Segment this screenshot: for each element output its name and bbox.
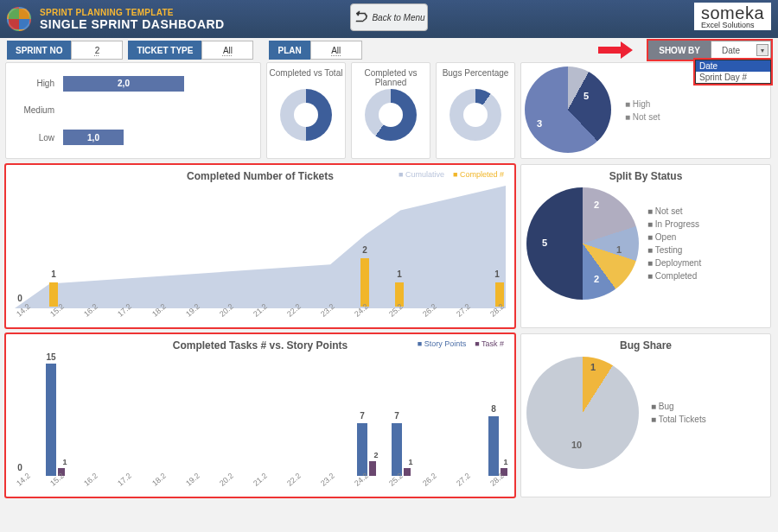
chart-bar (49, 282, 58, 307)
status-legend: Not set In Progress Open Testing Deploym… (647, 206, 701, 281)
show-by-option-date[interactable]: Date (696, 60, 770, 72)
show-by-dropdown-popup[interactable]: Date Sprint Day # (695, 60, 771, 84)
top-row: High 2,0 Medium Low 1,0 Completed vs Tot… (5, 62, 515, 159)
donut-completed-vs-total: Completed vs Total (266, 62, 346, 159)
legend-item: Open (647, 232, 701, 242)
app-header: SPRINT PLANNING TEMPLATE SINGLE SPRINT D… (0, 0, 778, 38)
ticket-type-value[interactable]: All (201, 41, 253, 60)
priority-bars-card: High 2,0 Medium Low 1,0 (5, 62, 261, 159)
legend-item: Testing (647, 245, 701, 255)
data-label: 1 (397, 269, 402, 279)
data-label: 7 (394, 411, 399, 421)
legend-item: High (625, 99, 660, 109)
legend-item: Not set (625, 112, 660, 122)
donut-chart (280, 89, 332, 141)
data-label: 2 (362, 245, 367, 255)
slice-label: 1 (590, 362, 596, 372)
tasks-vs-storypoints-chart: Completed Tasks # vs. Story Points Story… (5, 333, 515, 497)
brand-tagline: Excel Solutions (701, 22, 764, 29)
chart-bar (357, 423, 367, 476)
data-label: 8 (491, 404, 496, 414)
slice-label: 5 (584, 91, 589, 101)
show-by-option-sprintday[interactable]: Sprint Day # (696, 72, 770, 83)
left-column: High 2,0 Medium Low 1,0 Completed vs Tot… (5, 62, 515, 497)
status-pie: 2 1 2 5 (526, 187, 639, 300)
split-by-status-card: Split By Status 2 1 2 5 Not set In Progr… (520, 164, 771, 328)
slice-label: 2 (594, 200, 599, 210)
slice-label: 1 (616, 244, 622, 255)
donut-bugs-percentage: Bugs Percentage (436, 62, 515, 159)
right-column: 3 5 High Not set Split By Status 2 1 2 5… (520, 62, 771, 497)
chart-bar (369, 461, 376, 476)
data-label: 2 (373, 451, 378, 459)
callout-arrow-icon (598, 41, 633, 59)
legend-item: Deployment (647, 258, 701, 268)
donut-chart (365, 89, 417, 141)
show-by-filter[interactable]: SHOW BY Date ▾ (648, 41, 771, 60)
legend-item: Story Points (418, 339, 466, 348)
header-titles: SPRINT PLANNING TEMPLATE SINGLE SPRINT D… (40, 8, 225, 31)
legend-item: Not set (647, 206, 701, 216)
priority-row-high: High 2,0 (15, 76, 252, 92)
back-to-menu-button[interactable]: ⮌ Back to Menu (350, 3, 428, 31)
slice-label: 3 (537, 118, 542, 129)
x-axis: 14.215.216.217.218.219.220.221.222.223.2… (15, 481, 506, 490)
x-axis: 14.215.216.217.218.219.220.221.222.223.2… (15, 312, 506, 320)
priority-label: High (15, 79, 54, 88)
priority-row-low: Low 1,0 (15, 130, 252, 145)
completed-tickets-chart: Completed Number of Tickets Cumulative C… (5, 164, 515, 328)
data-label: 1 (503, 458, 507, 466)
cumulative-area (15, 186, 506, 308)
data-label: 1 (51, 269, 56, 279)
slice-label: 5 (542, 238, 547, 248)
donut-title: Completed vs Total (270, 68, 343, 89)
data-label: 1 (62, 458, 67, 466)
data-label: 1 (408, 458, 412, 466)
chart-title: Split By Status (526, 170, 765, 182)
mini-donuts-row: Completed vs Total Completed vs Planned … (266, 62, 515, 159)
legend-item: Cumulative (399, 170, 444, 179)
dashboard-name: SINGLE SPRINT DASHBOARD (40, 17, 225, 31)
chart-bar (360, 258, 369, 307)
plan-label: PLAN (269, 41, 309, 60)
ticket-type-filter[interactable]: TICKET TYPE All (128, 41, 253, 60)
priority-pie: 3 5 (525, 66, 611, 153)
legend-item: Task # (475, 339, 504, 348)
plan-value[interactable]: All (310, 41, 362, 60)
data-label: 7 (360, 411, 365, 421)
pie-legend: High Not set (625, 66, 660, 155)
priority-row-medium: Medium (15, 103, 252, 118)
donut-completed-vs-planned: Completed vs Planned (351, 62, 430, 159)
template-name: SPRINT PLANNING TEMPLATE (40, 8, 225, 17)
data-label: 15 (46, 352, 55, 362)
back-arrow-icon: ⮌ (353, 10, 367, 25)
show-by-value[interactable]: Date ▾ (711, 41, 771, 60)
chart-plot-area: 0 1 2 1 1 14.215.216.217.218.219.220.221… (15, 186, 506, 307)
filter-bar: SPRINT NO 2 TICKET TYPE All PLAN All SHO… (0, 38, 778, 60)
dashboard-content: High 2,0 Medium Low 1,0 Completed vs Tot… (0, 60, 778, 503)
chart-legend: Story Points Task # (418, 339, 504, 348)
bug-pie: 1 10 (526, 357, 639, 469)
sprint-no-label: SPRINT NO (7, 41, 71, 60)
chart-bar (488, 416, 499, 476)
legend-item: In Progress (647, 219, 701, 229)
ticket-type-label: TICKET TYPE (128, 41, 201, 60)
priority-bar (63, 103, 65, 118)
priority-label: Low (15, 133, 54, 142)
data-label: 1 (494, 269, 500, 279)
brand-name: someka (701, 4, 764, 22)
show-by-label: SHOW BY (648, 41, 711, 60)
bug-share-card: Bug Share 1 10 Bug Total Tickets (520, 333, 771, 497)
chart-title: Bug Share (526, 339, 765, 352)
brand-badge: someka Excel Solutions (694, 3, 771, 30)
donut-title: Completed vs Planned (354, 68, 428, 89)
donut-chart (450, 89, 501, 141)
app-logo-icon (7, 7, 31, 31)
plan-filter[interactable]: PLAN All (269, 41, 361, 60)
dropdown-caret-icon[interactable]: ▾ (756, 44, 768, 56)
donut-title: Bugs Percentage (443, 68, 509, 89)
legend-item: Completed (647, 271, 701, 281)
sprint-no-value[interactable]: 2 (71, 41, 123, 60)
sprint-no-filter[interactable]: SPRINT NO 2 (7, 41, 123, 60)
bug-legend: Bug Total Tickets (651, 402, 706, 424)
